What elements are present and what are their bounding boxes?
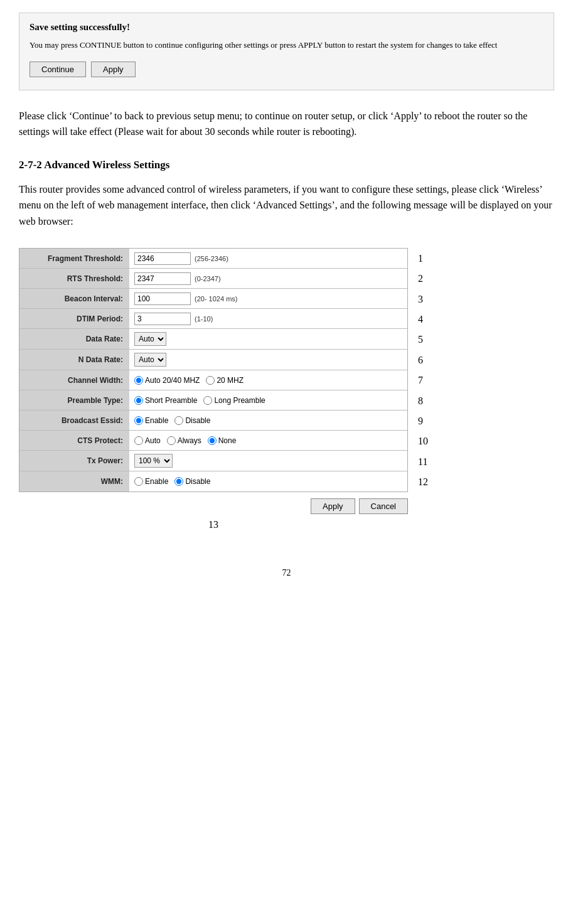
page-number: 72 — [19, 568, 554, 578]
settings-row: WMM: Enable Disable — [19, 471, 407, 492]
radio-item[interactable]: Auto — [134, 436, 161, 445]
settings-row-value: (0-2347) — [129, 269, 407, 288]
page-container: Save setting successfully! You may press… — [0, 0, 573, 603]
radio-item[interactable]: Enable — [134, 416, 168, 425]
settings-row-value: Auto — [129, 350, 407, 370]
settings-select[interactable]: Auto — [134, 332, 166, 346]
apply-button-top[interactable]: Apply — [91, 62, 136, 77]
settings-row-value: Auto — [129, 329, 407, 349]
radio-input[interactable] — [134, 376, 143, 385]
row-number: 2 — [418, 269, 428, 289]
settings-row-label: Fragment Threshold: — [19, 249, 129, 268]
row-number: 6 — [418, 350, 428, 370]
body-text: Please click ‘Continue’ to back to previ… — [19, 108, 554, 140]
radio-item[interactable]: None — [208, 436, 237, 445]
row-number: 10 — [418, 431, 428, 451]
settings-row-value: Auto 20/40 MHZ 20 MHZ — [129, 370, 407, 390]
settings-hint: (1-10) — [195, 315, 213, 323]
settings-hint: (0-2347) — [195, 275, 221, 282]
row-number: 7 — [418, 370, 428, 390]
radio-input[interactable] — [134, 416, 143, 425]
continue-button[interactable]: Continue — [29, 62, 86, 77]
settings-row: RTS Threshold:(0-2347) — [19, 269, 407, 289]
success-box: Save setting successfully! You may press… — [19, 13, 554, 90]
settings-row: Fragment Threshold:(256-2346) — [19, 249, 407, 269]
radio-group: Auto Always None — [134, 436, 236, 445]
settings-select[interactable]: Auto — [134, 353, 166, 367]
settings-row-label: Broadcast Essid: — [19, 411, 129, 430]
radio-input[interactable] — [167, 436, 176, 445]
settings-row: Tx Power:100 % — [19, 451, 407, 471]
settings-row-value: (20- 1024 ms) — [129, 289, 407, 308]
settings-row-label: Data Rate: — [19, 329, 129, 349]
settings-row: DTIM Period:(1-10) — [19, 309, 407, 329]
radio-item[interactable]: Long Preamble — [203, 396, 265, 405]
settings-row-label: Preamble Type: — [19, 390, 129, 410]
apply-button-settings[interactable]: Apply — [311, 498, 355, 514]
settings-row: CTS Protect: Auto Always None — [19, 431, 407, 451]
settings-row-label: WMM: — [19, 471, 129, 492]
radio-input[interactable] — [134, 396, 143, 405]
settings-row-value: 100 % — [129, 451, 407, 471]
radio-item[interactable]: 20 MHZ — [206, 376, 244, 385]
settings-row: Preamble Type: Short Preamble Long Pream… — [19, 390, 407, 411]
radio-input[interactable] — [203, 396, 212, 405]
radio-group: Auto 20/40 MHZ 20 MHZ — [134, 376, 244, 385]
settings-row-label: Channel Width: — [19, 370, 129, 390]
row-number: 3 — [418, 289, 428, 309]
row-number: 12 — [418, 472, 428, 492]
success-body: You may press CONTINUE button to continu… — [29, 39, 544, 51]
settings-row-value: Short Preamble Long Preamble — [129, 390, 407, 410]
radio-input[interactable] — [174, 416, 183, 425]
settings-select[interactable]: 100 % — [134, 454, 173, 468]
success-title: Save setting successfully! — [29, 22, 544, 33]
settings-btn-row: Apply Cancel — [19, 498, 408, 514]
settings-row-value: Enable Disable — [129, 471, 407, 492]
radio-group: Enable Disable — [134, 416, 210, 425]
settings-hint: (20- 1024 ms) — [195, 295, 237, 303]
row-number: 4 — [418, 309, 428, 330]
radio-item[interactable]: Disable — [174, 416, 210, 425]
cancel-button-settings[interactable]: Cancel — [359, 498, 408, 514]
radio-input[interactable] — [134, 477, 143, 486]
success-btn-row: Continue Apply — [29, 62, 544, 77]
row-number: 11 — [418, 452, 428, 472]
settings-input-field[interactable] — [134, 293, 191, 305]
settings-input-field[interactable] — [134, 252, 191, 265]
settings-row-value: (1-10) — [129, 309, 407, 328]
settings-row-value: Enable Disable — [129, 411, 407, 430]
settings-row-label: DTIM Period: — [19, 309, 129, 328]
section-heading: 2-7-2 Advanced Wireless Settings — [19, 159, 554, 171]
settings-wrapper: Fragment Threshold:(256-2346)RTS Thresho… — [19, 248, 554, 492]
settings-row: Channel Width: Auto 20/40 MHZ 20 MHZ — [19, 370, 407, 390]
radio-group: Short Preamble Long Preamble — [134, 396, 265, 405]
settings-row-label: Beacon Interval: — [19, 289, 129, 308]
settings-input-field[interactable] — [134, 272, 191, 285]
settings-row-label: N Data Rate: — [19, 350, 129, 370]
section-desc: This router provides some advanced contr… — [19, 181, 554, 230]
settings-row: Beacon Interval:(20- 1024 ms) — [19, 289, 407, 309]
radio-item[interactable]: Always — [167, 436, 201, 445]
radio-item[interactable]: Auto 20/40 MHZ — [134, 376, 200, 385]
settings-row-label: CTS Protect: — [19, 431, 129, 450]
radio-input[interactable] — [208, 436, 217, 445]
settings-table: Fragment Threshold:(256-2346)RTS Thresho… — [19, 248, 408, 492]
numbers-column: 123456789101112 — [408, 248, 428, 492]
radio-item[interactable]: Short Preamble — [134, 396, 197, 405]
settings-row-value: Auto Always None — [129, 431, 407, 450]
settings-input-field[interactable] — [134, 313, 191, 325]
radio-input[interactable] — [206, 376, 215, 385]
settings-row-value: (256-2346) — [129, 249, 407, 268]
settings-row: N Data Rate:Auto — [19, 350, 407, 370]
settings-row-label: Tx Power: — [19, 451, 129, 471]
radio-input[interactable] — [134, 436, 143, 445]
radio-input[interactable] — [174, 477, 183, 486]
row-number: 5 — [418, 330, 428, 350]
settings-row: Broadcast Essid: Enable Disable — [19, 411, 407, 431]
radio-item[interactable]: Enable — [134, 477, 168, 486]
settings-hint: (256-2346) — [195, 255, 228, 262]
settings-row-label: RTS Threshold: — [19, 269, 129, 288]
radio-group: Enable Disable — [134, 477, 210, 486]
radio-item[interactable]: Disable — [174, 477, 210, 486]
row-number: 9 — [418, 411, 428, 431]
